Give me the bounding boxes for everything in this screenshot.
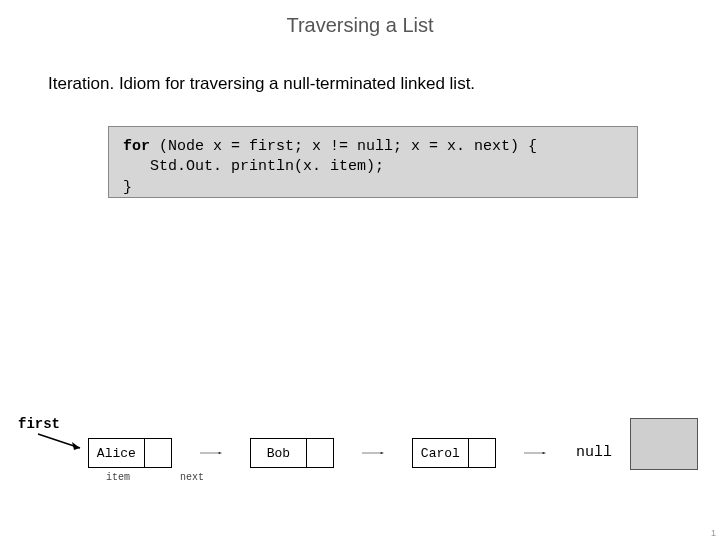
first-label: first [18, 416, 60, 432]
arrow-2 [340, 452, 406, 454]
kw-for: for [123, 138, 150, 155]
code-l2: Std.Out. println(x. item); [123, 158, 384, 175]
svg-marker-3 [219, 452, 222, 454]
node-bob: Bob [250, 438, 334, 468]
desc-lead: Iteration. [48, 74, 114, 93]
description: Iteration. Idiom for traversing a null-t… [48, 74, 475, 94]
node-item: Carol [413, 439, 469, 467]
field-label-item: item [106, 472, 130, 483]
svg-marker-7 [543, 452, 546, 454]
code-block: for (Node x = first; x != null; x = x. n… [108, 126, 638, 198]
node-next [469, 439, 495, 467]
node-next [307, 439, 333, 467]
node-next [145, 439, 171, 467]
page-number: 1 [711, 528, 716, 538]
first-arrow [36, 432, 86, 452]
node-item: Bob [251, 439, 307, 467]
svg-marker-5 [381, 452, 384, 454]
code-l3: } [123, 179, 132, 196]
placeholder-box [630, 418, 698, 470]
null-label: null [576, 444, 612, 461]
page-title: Traversing a List [0, 0, 720, 37]
node-alice: Alice [88, 438, 172, 468]
code-l1b: (Node x = first; x != null; x = x. next)… [150, 138, 537, 155]
svg-marker-1 [72, 442, 80, 450]
desc-rest: Idiom for traversing a null-terminated l… [114, 74, 475, 93]
arrow-3 [502, 452, 568, 454]
field-label-next: next [180, 472, 204, 483]
node-item: Alice [89, 439, 145, 467]
arrow-1 [178, 452, 244, 454]
node-carol: Carol [412, 438, 496, 468]
